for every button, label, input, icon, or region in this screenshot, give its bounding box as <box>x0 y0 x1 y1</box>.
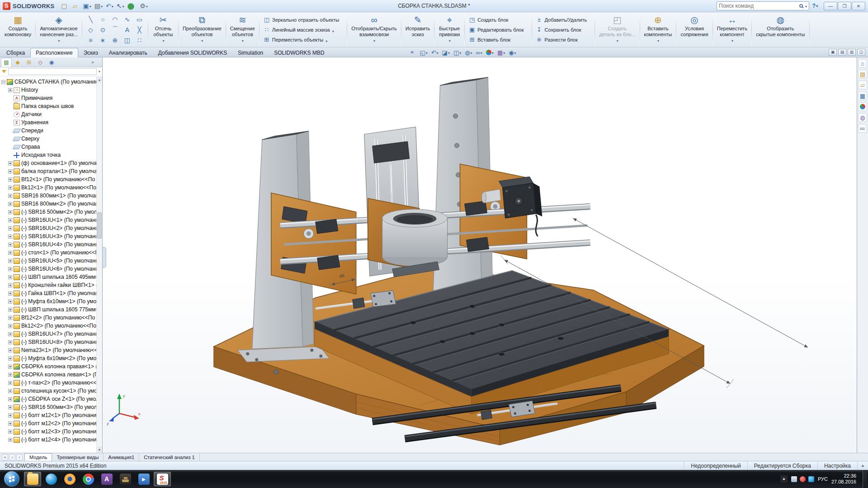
expand-icon[interactable] <box>8 178 12 182</box>
autodimension-button[interactable]: ◈ Автоматическое нанесение раз... <box>37 13 80 46</box>
language-indicator[interactable]: РУС <box>818 476 828 482</box>
feature-tree-item[interactable]: (-) болт м12<4> (По умолчанию<<По умолча… <box>0 436 96 444</box>
expand-icon[interactable] <box>8 348 12 352</box>
expand-icon[interactable] <box>8 430 12 434</box>
expand-icon[interactable] <box>8 88 12 92</box>
insert-block-button[interactable]: ⊞ Вставить блок <box>468 36 528 44</box>
feature-tree-item[interactable]: (-) SBR16UU<2> (По умолчанию<<По умолчан… <box>0 224 96 232</box>
mirror-entities-button[interactable]: ◫ Зеркально отразить объекты <box>263 16 343 24</box>
expand-icon[interactable] <box>8 308 12 312</box>
move-component-button[interactable]: ↔ Переместить компонент <box>714 13 750 46</box>
feature-tree-item[interactable]: (-) Муфта 6х10мм<2> (По умолчанию<<По ум… <box>0 354 96 362</box>
zoom-area-icon[interactable]: ◱ <box>418 48 429 57</box>
undo-icon[interactable]: ↶ <box>104 1 115 11</box>
expand-icon[interactable] <box>8 226 12 230</box>
save-icon[interactable]: ▣ <box>82 1 93 11</box>
arrange-windows-icon[interactable]: ▣ <box>829 49 837 56</box>
chamfer-icon[interactable]: ∗ <box>97 35 109 45</box>
feature-tree-item[interactable]: Bf12<1> (По умолчанию<<По умолчанию>_Сос… <box>0 175 96 183</box>
expand-icon[interactable] <box>8 316 12 320</box>
open-icon[interactable]: ▱ <box>71 1 81 11</box>
expand-icon[interactable] <box>8 186 12 190</box>
minimize-button[interactable]: — <box>824 2 837 10</box>
taskbar-firefox-icon[interactable] <box>61 472 78 486</box>
command-search[interactable] <box>717 1 809 10</box>
feature-tree-item[interactable]: Исходная точка <box>0 151 96 159</box>
add-remove-button[interactable]: ± Добавить/Удалить <box>536 16 591 24</box>
viewport-3d-model[interactable]: 46 800 y x z <box>103 57 857 453</box>
feature-tree-item[interactable]: (-) ШВП шпилька 1605 495мм<1> (По умолча… <box>0 273 96 281</box>
tray-icon-3[interactable] <box>808 476 814 482</box>
feature-tree-item[interactable]: (-) Кронштейн гайки ШВП<1> (По умолчанию… <box>0 281 96 289</box>
appearances-icon[interactable] <box>858 102 867 111</box>
expand-icon[interactable] <box>8 210 12 214</box>
expand-icon[interactable] <box>8 389 12 393</box>
close-button[interactable]: ✕ <box>852 2 865 10</box>
feature-tree-item[interactable]: Bk12<1> (По умолчанию<<По умолчанию>_Сос… <box>0 183 96 192</box>
tile-horizontal-icon[interactable]: ▤ <box>838 49 846 56</box>
pattern-icon[interactable]: ∷ <box>133 35 146 45</box>
resources-icon[interactable]: ⌂ <box>858 59 867 68</box>
feature-tree-item[interactable]: (-) SBR16 500мм<2> (По умолчанию<<По умо… <box>0 208 96 216</box>
feature-tree-item[interactable]: (-) SBR16UU<1> (По умолчанию<<По умолчан… <box>0 216 96 224</box>
expand-icon[interactable] <box>8 251 12 255</box>
feature-tree-item[interactable]: Bf12<2> (По умолчанию<<По умолчанию>_Сос… <box>0 314 96 322</box>
quick-snaps-button[interactable]: ⌖ Быстрые привязки <box>436 13 463 46</box>
convert-entities-button[interactable]: ⧉ Преобразование объектов <box>180 13 224 46</box>
dropdown-arrow-icon[interactable] <box>448 37 451 41</box>
feature-tree-item[interactable]: (-) SBR16 500мм<3> (По умолчанию<<По умо… <box>0 403 96 411</box>
feature-tree-item[interactable]: Датчики <box>0 110 96 118</box>
feature-tree-item[interactable]: (-) стол<1> (По умолчанию<<По умолчанию>… <box>0 249 96 257</box>
model-tab[interactable]: Трехмерные виды <box>52 453 104 461</box>
insert-components-button[interactable]: ⊕ Вставить компоненты <box>642 13 675 46</box>
dropdown-arrow-icon[interactable] <box>325 38 327 42</box>
graphics-area[interactable]: 46 800 y x z <box>103 57 857 453</box>
expand-icon[interactable] <box>8 243 12 247</box>
edit-appearance-icon[interactable] <box>485 48 495 57</box>
dropdown-arrow-icon[interactable] <box>201 37 203 41</box>
edit-block-button[interactable]: ▣ Редактировать блок <box>468 26 528 34</box>
expand-icon[interactable] <box>8 300 12 304</box>
make-part-from-block-button[interactable]: ◰ Создать деталь из бло... <box>596 13 638 46</box>
restore-button[interactable]: ❐ <box>838 2 851 10</box>
tangent-arc-icon[interactable]: ⌒ <box>109 24 121 35</box>
taskbar-app-blue-icon[interactable] <box>42 472 60 486</box>
feature-tree-item[interactable]: СБОРКА колонна правая<1> (По умолчанию<С… <box>0 362 96 371</box>
dropdown-arrow-icon[interactable] <box>241 37 244 41</box>
expand-icon[interactable] <box>8 373 12 377</box>
parallel-icon[interactable]: ≡ <box>85 35 97 45</box>
feature-tree-item[interactable]: Примечания <box>0 94 96 102</box>
tray-icon-1[interactable] <box>791 476 797 482</box>
offset-entities-button[interactable]: ≋ Смещение объектов <box>227 13 258 46</box>
mirror-icon[interactable]: ◫ <box>121 35 133 45</box>
feature-tree-item[interactable]: (-) SBR16UU<3> (По умолчанию<<По умолчан… <box>0 232 96 240</box>
expand-icon[interactable] <box>8 413 12 418</box>
display-style-icon[interactable]: ◍ <box>463 48 473 57</box>
scroll-down-icon[interactable]: ▼ <box>97 447 102 453</box>
feature-tree-item[interactable]: History <box>0 86 96 94</box>
feature-tree-item[interactable]: Сверху <box>0 135 96 143</box>
rebuild-icon[interactable]: ⬤ <box>126 1 138 11</box>
tree-scrollbar[interactable]: ▲ ▼ <box>96 77 102 453</box>
arc-icon[interactable]: ◠ <box>109 14 121 24</box>
centerline-icon[interactable]: ╳ <box>133 24 146 35</box>
show-desktop-button[interactable] <box>863 470 867 488</box>
feature-tree-item[interactable]: Спереди <box>0 127 96 135</box>
z-axis-assembly[interactable] <box>364 127 448 277</box>
feature-tree-item[interactable]: СБОРКА колонна левая<1> (По умолчанию<Со… <box>0 371 96 379</box>
start-button[interactable] <box>4 471 19 487</box>
scroll-left-icon[interactable]: ‹ <box>9 454 15 460</box>
command-tab[interactable]: Сборка <box>1 48 30 57</box>
expand-icon[interactable] <box>8 397 12 401</box>
mate-button[interactable]: ◎ Условия сопряжения <box>678 13 711 46</box>
hide-show-items-icon[interactable]: ∞ <box>475 48 484 57</box>
line-icon[interactable]: ╲ <box>85 14 97 24</box>
expand-icon[interactable] <box>8 365 12 369</box>
expand-icon[interactable] <box>8 340 12 344</box>
trim-entities-button[interactable]: ✂ Отсечь объекты <box>150 13 177 46</box>
feature-tree-item[interactable]: балка портала<1> (По умолчанию<<По умолч… <box>0 167 96 175</box>
select-icon[interactable]: ↖ <box>115 1 126 11</box>
view-settings-icon[interactable]: ◉ <box>507 48 517 57</box>
plus-icon[interactable]: ⊕ <box>109 35 121 45</box>
expand-icon[interactable] <box>8 324 12 328</box>
